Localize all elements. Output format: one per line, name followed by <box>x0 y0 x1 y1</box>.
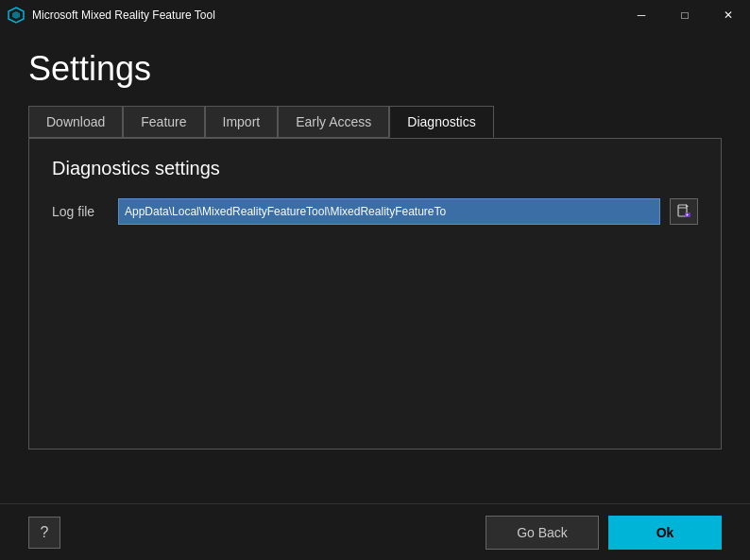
panel-title: Diagnostics settings <box>52 158 698 179</box>
app-title: Microsoft Mixed Reality Feature Tool <box>32 8 215 22</box>
bottom-bar: ? Go Back Ok <box>0 503 750 560</box>
tab-feature[interactable]: Feature <box>123 106 204 138</box>
page-title: Settings <box>28 49 722 89</box>
file-browse-icon <box>676 204 691 219</box>
title-bar-controls: ─ □ ✕ <box>620 0 750 30</box>
log-file-browse-button[interactable] <box>670 198 698 225</box>
app-icon <box>8 7 25 24</box>
bottom-right-buttons: Go Back Ok <box>486 516 722 550</box>
tab-diagnostics[interactable]: Diagnostics <box>389 106 493 138</box>
tab-panel-diagnostics: Diagnostics settings Log file <box>28 138 722 450</box>
tab-early-access[interactable]: Early Access <box>278 106 389 138</box>
tab-bar: Download Feature Import Early Access Dia… <box>28 106 722 138</box>
log-file-input[interactable] <box>118 198 660 225</box>
go-back-button[interactable]: Go Back <box>486 516 599 550</box>
tab-import[interactable]: Import <box>205 106 279 138</box>
close-button[interactable]: ✕ <box>707 0 750 30</box>
main-content: Settings Download Feature Import Early A… <box>0 30 750 468</box>
help-button[interactable]: ? <box>28 517 60 549</box>
ok-button[interactable]: Ok <box>608 516 722 550</box>
maximize-button[interactable]: □ <box>663 0 707 30</box>
tab-download[interactable]: Download <box>28 106 123 138</box>
log-file-row: Log file <box>52 198 698 225</box>
minimize-button[interactable]: ─ <box>620 0 663 30</box>
svg-marker-1 <box>12 11 20 19</box>
log-file-label: Log file <box>52 204 109 219</box>
title-bar: Microsoft Mixed Reality Feature Tool ─ □… <box>0 0 750 30</box>
title-bar-left: Microsoft Mixed Reality Feature Tool <box>8 7 215 24</box>
